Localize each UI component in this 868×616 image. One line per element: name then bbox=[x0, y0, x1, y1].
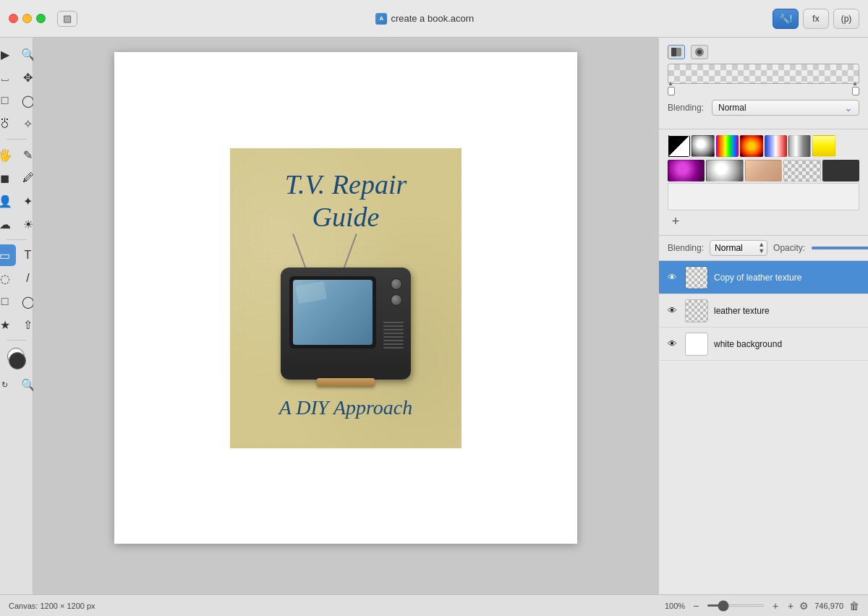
crop-tool[interactable]: ⎵ bbox=[0, 67, 16, 88]
layer-blend-select[interactable]: Normal Multiply Screen Overlay bbox=[710, 240, 767, 256]
tv-antenna-left bbox=[292, 233, 307, 270]
tools-panel-button[interactable]: 🔧! bbox=[773, 9, 799, 29]
tv-screen-bezel bbox=[289, 276, 376, 348]
zoom-in-button[interactable]: + bbox=[769, 599, 782, 612]
speaker-bar bbox=[383, 343, 404, 345]
layer-visibility-2[interactable]: 👁 bbox=[665, 337, 679, 351]
blending-arrow: ⌄ bbox=[844, 102, 853, 114]
gradient-bar[interactable] bbox=[668, 64, 859, 84]
layer-visibility-0[interactable]: 👁 bbox=[665, 270, 679, 285]
shape-tool[interactable]: ▭ bbox=[0, 244, 16, 266]
add-layer-button[interactable]: + bbox=[788, 600, 793, 612]
zoom-slider[interactable] bbox=[707, 604, 765, 607]
layer-name-0: Copy of leather texture bbox=[714, 273, 862, 283]
swatch-1[interactable] bbox=[692, 135, 714, 157]
clone-tool[interactable]: 👤 bbox=[0, 190, 16, 212]
swatch-row2-1[interactable] bbox=[706, 160, 743, 181]
color-preview[interactable] bbox=[6, 348, 27, 369]
tv-controls bbox=[391, 278, 402, 306]
left-toolbar: ▶ 🔍 ⎵ ✥ □ ◯ ⛣ ✧ 🖐 ✎ ◼ 🖉 👤 ✦ ☁ ☀ bbox=[0, 38, 33, 594]
layer-thumb-texture-1 bbox=[686, 300, 707, 322]
maximize-button[interactable] bbox=[36, 14, 46, 23]
zoom-out-button[interactable]: − bbox=[689, 599, 702, 612]
swatches-row2 bbox=[668, 160, 859, 181]
gradient-handle-right[interactable] bbox=[852, 87, 859, 95]
lasso-tool[interactable]: ⛣ bbox=[0, 113, 16, 134]
layers-list: 👁Copy of leather texture👁leather texture… bbox=[659, 261, 868, 594]
swatch-row2-2[interactable] bbox=[745, 160, 782, 181]
swatch-row2-4[interactable] bbox=[822, 160, 859, 181]
arrow-tool[interactable]: ▶ bbox=[0, 43, 16, 65]
pen-tool[interactable]: ◌ bbox=[0, 268, 16, 289]
swatch-row2-0[interactable] bbox=[668, 160, 705, 181]
settings-button[interactable]: ⚙ bbox=[799, 600, 809, 612]
gradient-linear-btn[interactable] bbox=[668, 45, 685, 59]
layer-thumb-white-2 bbox=[686, 333, 707, 355]
opacity-label: Opacity: bbox=[773, 243, 805, 253]
canvas-size-label: Canvas: 1200 × 1200 px bbox=[9, 602, 659, 610]
filename-label: create a book.acorn bbox=[391, 13, 474, 24]
speaker-bar bbox=[383, 325, 404, 327]
speaker-bar bbox=[383, 336, 404, 338]
swatch-row2-3[interactable] bbox=[783, 160, 820, 181]
swatch-5[interactable] bbox=[788, 135, 811, 157]
opacity-slider[interactable] bbox=[811, 247, 868, 249]
blending-row: Blending: Normal ⌄ bbox=[668, 100, 859, 116]
cloud-tool[interactable]: ☁ bbox=[0, 213, 16, 235]
layer-item-0[interactable]: 👁Copy of leather texture bbox=[659, 261, 868, 294]
gradient-handle-left[interactable] bbox=[668, 87, 675, 95]
background-color[interactable] bbox=[9, 352, 26, 369]
blending-value: Normal bbox=[718, 103, 746, 113]
titlebar: ▨ A create a book.acorn 🔧! fx (p) bbox=[0, 0, 868, 38]
layer-blend-wrapper: Normal Multiply Screen Overlay ▲▼ bbox=[710, 240, 767, 256]
speaker-bar bbox=[383, 333, 404, 334]
layer-item-2[interactable]: 👁white background bbox=[659, 328, 868, 361]
layer-item-1[interactable]: 👁leather texture bbox=[659, 294, 868, 328]
canvas-area[interactable]: T.V. Repair Guide bbox=[33, 38, 658, 594]
tv-body bbox=[281, 268, 411, 380]
zoom-controls: 100% − + bbox=[665, 599, 782, 612]
swatch-3[interactable] bbox=[740, 135, 762, 157]
zoom-percent-label: 100% bbox=[665, 602, 685, 610]
blending-select[interactable]: Normal ⌄ bbox=[712, 100, 859, 116]
gradient-radial-btn[interactable] bbox=[691, 45, 708, 59]
swatch-2[interactable] bbox=[716, 135, 739, 157]
layer-visibility-1[interactable]: 👁 bbox=[665, 304, 679, 318]
status-right: + ⚙ 746,970 🗑 bbox=[788, 600, 859, 612]
tv-antenna-right bbox=[342, 233, 357, 270]
svg-point-3 bbox=[697, 50, 702, 54]
add-gradient-button[interactable]: + bbox=[668, 213, 684, 229]
rect-tool[interactable]: □ bbox=[0, 291, 16, 312]
speaker-bar bbox=[383, 322, 404, 323]
delete-layer-button[interactable]: 🗑 bbox=[849, 600, 859, 612]
traffic-lights bbox=[9, 14, 46, 23]
gradient-handles bbox=[668, 87, 859, 95]
tv-illustration bbox=[281, 268, 411, 390]
sidebar-toggle-button[interactable]: ▨ bbox=[57, 11, 77, 27]
layer-thumb-1 bbox=[685, 299, 708, 322]
toolbar-right: 🔧! fx (p) bbox=[773, 9, 859, 29]
fill-tool[interactable]: ◼ bbox=[0, 167, 16, 189]
swatch-4[interactable] bbox=[765, 135, 787, 157]
fx-panel-button[interactable]: fx bbox=[803, 9, 829, 29]
speaker-bar bbox=[383, 329, 404, 330]
p-panel-button[interactable]: (p) bbox=[833, 9, 859, 29]
empty-swatch-area bbox=[668, 183, 859, 210]
blending-label: Blending: bbox=[668, 103, 707, 113]
main-area: ▶ 🔍 ⎵ ✥ □ ◯ ⛣ ✧ 🖐 ✎ ◼ 🖉 👤 ✦ ☁ ☀ bbox=[0, 38, 868, 594]
swatch-0[interactable] bbox=[668, 135, 690, 157]
swatch-6[interactable] bbox=[812, 135, 835, 157]
layer-thumb-0 bbox=[685, 266, 708, 289]
tool-separator-1 bbox=[7, 139, 27, 140]
swap-colors[interactable]: ↻ bbox=[0, 374, 16, 395]
layer-name-1: leather texture bbox=[714, 306, 862, 316]
rect-select-tool[interactable]: □ bbox=[0, 90, 16, 111]
eyedropper-tool[interactable]: 🖐 bbox=[0, 144, 16, 166]
window-title: A create a book.acorn bbox=[83, 13, 767, 25]
star-tool[interactable]: ★ bbox=[0, 314, 16, 335]
tv-knob-2 bbox=[391, 294, 402, 306]
close-button[interactable] bbox=[9, 14, 18, 23]
minimize-button[interactable] bbox=[22, 14, 32, 23]
book-title: T.V. Repair Guide bbox=[230, 168, 461, 234]
tool-separator-3 bbox=[7, 340, 27, 341]
